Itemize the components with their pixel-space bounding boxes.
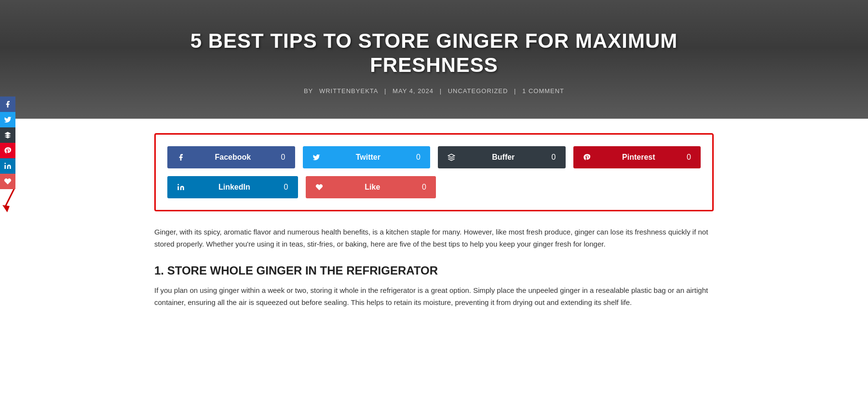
sidebar-social (0, 97, 15, 189)
like-label: Like (329, 183, 417, 192)
sidebar-facebook-button[interactable] (0, 97, 15, 112)
share-like-button[interactable]: Like 0 (306, 176, 436, 198)
hero-section: 5 Best Tips to Store Ginger for Maximum … (0, 0, 868, 119)
share-row-1: Facebook 0 Twitter 0 Buffer 0 Pinterest … (167, 146, 701, 168)
sidebar-like-button[interactable] (0, 174, 15, 189)
meta-sep1: | (384, 87, 386, 95)
page-title: 5 Best Tips to Store Ginger for Maximum … (145, 29, 723, 78)
twitter-label: Twitter (326, 153, 411, 162)
sidebar-twitter-button[interactable] (0, 112, 15, 127)
meta-author: WRITTENBYEKTA (319, 87, 379, 95)
share-buffer-button[interactable]: Buffer 0 (438, 146, 566, 168)
article-meta: BY WRITTENBYEKTA | MAY 4, 2024 | UNCATEG… (19, 87, 849, 95)
linkedin-count: 0 (284, 183, 288, 192)
sidebar-linkedin-button[interactable] (0, 158, 15, 174)
article-intro: Ginger, with its spicy, aromatic flavor … (154, 226, 714, 250)
sidebar-pinterest-button[interactable] (0, 143, 15, 158)
pinterest-label: Pinterest (597, 153, 681, 162)
main-content: Facebook 0 Twitter 0 Buffer 0 Pinterest … (96, 119, 772, 323)
facebook-count: 0 (281, 153, 285, 162)
share-linkedin-button[interactable]: LinkedIn 0 (167, 176, 298, 198)
linkedin-label: LinkedIn (190, 183, 278, 192)
svg-point-3 (177, 184, 179, 185)
like-count: 0 (422, 183, 426, 192)
meta-by: BY (304, 87, 313, 95)
svg-marker-2 (2, 205, 10, 212)
share-pinterest-button[interactable]: Pinterest 0 (573, 146, 701, 168)
share-row-2: LinkedIn 0 Like 0 (167, 176, 701, 198)
meta-category: UNCATEGORIZED (448, 87, 508, 95)
arrow-indicator (0, 186, 29, 217)
share-facebook-button[interactable]: Facebook 0 (167, 146, 295, 168)
sidebar-buffer-button[interactable] (0, 127, 15, 143)
share-box: Facebook 0 Twitter 0 Buffer 0 Pinterest … (154, 133, 714, 211)
section1-heading: 1. Store Whole Ginger in the Refrigerato… (154, 264, 714, 277)
svg-line-1 (5, 188, 14, 207)
meta-date: MAY 4, 2024 (393, 87, 434, 95)
pinterest-count: 0 (687, 153, 691, 162)
meta-sep3: | (514, 87, 516, 95)
facebook-label: Facebook (190, 153, 275, 162)
svg-point-0 (4, 163, 6, 164)
meta-comments: 1 COMMENT (522, 87, 564, 95)
buffer-label: Buffer (461, 153, 546, 162)
share-twitter-button[interactable]: Twitter 0 (303, 146, 431, 168)
section1-body: If you plan on using ginger within a wee… (154, 284, 714, 309)
buffer-count: 0 (552, 153, 556, 162)
meta-sep2: | (440, 87, 442, 95)
twitter-count: 0 (416, 153, 420, 162)
